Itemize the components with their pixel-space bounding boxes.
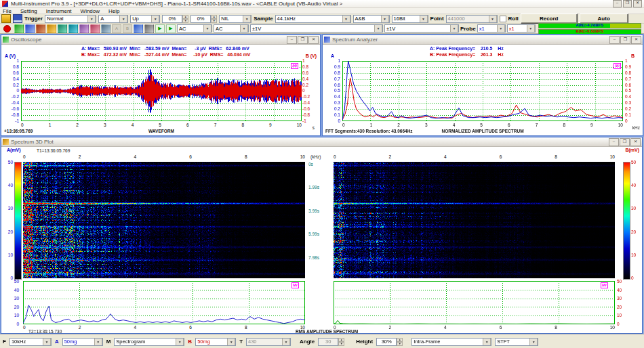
coupling-b-select[interactable]: AC▼	[214, 24, 249, 32]
chevron-down-icon[interactable]: ▼	[203, 24, 212, 32]
spectrum-analyzer-title-bar[interactable]: Spectrum Analyzer –❐✕	[323, 35, 643, 45]
close-icon[interactable]: ✕	[631, 36, 641, 44]
multimeter-icon[interactable]	[36, 24, 45, 33]
coupling-a-select[interactable]: AC▼	[177, 24, 212, 32]
chevron-down-icon[interactable]: ▼	[529, 338, 538, 346]
trigger-source-select[interactable]: A▼	[98, 15, 128, 23]
spectrum-3d-plot-icon[interactable]	[47, 24, 56, 33]
sample-rate-select[interactable]: 44.1kHz▼	[275, 15, 351, 23]
restore-icon[interactable]: ❐	[620, 138, 630, 146]
trigger-mode-select[interactable]: Normal▼	[45, 15, 96, 23]
lcr-meter-icon[interactable]	[90, 24, 100, 33]
restore-icon[interactable]: ❐	[620, 36, 630, 44]
chevron-down-icon[interactable]: ▼	[374, 24, 382, 32]
probe-tool-icon[interactable]	[134, 24, 143, 33]
menu-window[interactable]: Window	[81, 8, 100, 14]
height-stepper[interactable]: 30%▲▼	[376, 338, 403, 346]
menu-help[interactable]: Help	[108, 8, 119, 14]
chevron-down-icon[interactable]: ▼	[43, 338, 51, 346]
spin-down-icon[interactable]: ▼	[182, 19, 188, 23]
chevron-down-icon: ▼	[489, 15, 497, 23]
panel-title: Oscilloscope	[11, 37, 41, 43]
tick-label: 0	[23, 154, 26, 159]
point-count-select: 441000▼	[446, 15, 498, 23]
tick-label: 0.8	[625, 70, 641, 75]
trigger-level-stepper[interactable]: 0%▲▼	[162, 15, 188, 23]
spectrum-3d-plot-panel: Spectrum 3D Plot –❐✕ A(mV) T1=13:36:05.7…	[1, 137, 643, 334]
roll-checkbox-group[interactable]: Roll	[500, 16, 519, 22]
chevron-down-icon[interactable]: ▼	[94, 338, 102, 346]
spin-down-icon[interactable]: ▼	[397, 342, 403, 346]
plot-title: NORMALIZED AMPLITUDE SPECTRUM	[342, 129, 623, 133]
close-icon[interactable]: ✕	[308, 36, 319, 44]
chevron-down-icon[interactable]: ▼	[497, 24, 505, 32]
tick-label: 0.4	[13, 77, 19, 81]
signal-generator-icon[interactable]	[68, 24, 78, 33]
minimize-icon[interactable]: –	[609, 138, 619, 146]
probe-a-select[interactable]: x1▼	[477, 24, 506, 32]
chevron-down-icon[interactable]: ▼	[87, 15, 96, 23]
oscilloscope-icon[interactable]	[14, 24, 24, 33]
x-unit: kHz	[632, 125, 640, 130]
sample-label: Sample	[254, 16, 273, 22]
chevron-down-icon[interactable]: ▼	[243, 15, 251, 23]
amp-b-select[interactable]: 50mg▼	[195, 338, 236, 346]
trigger-delay-stepper[interactable]: 0%▲▼	[190, 15, 217, 23]
chevron-down-icon[interactable]: ▼	[151, 15, 159, 23]
chevron-down-icon[interactable]: ▼	[240, 24, 248, 32]
data-logger-icon[interactable]	[58, 24, 67, 33]
trigger-extra-select[interactable]: NIL▼	[219, 15, 251, 23]
chevron-down-icon[interactable]: ▼	[420, 15, 428, 23]
menu-instrument[interactable]: Instrument	[46, 8, 72, 14]
range-a-select[interactable]: ±1V▼	[250, 24, 383, 32]
chevron-down-icon[interactable]: ▼	[119, 15, 127, 23]
close-icon[interactable]: ✕	[633, 0, 642, 7]
y-axis-b: 10.90.80.70.60.50.40.30.20.10	[625, 58, 641, 123]
trigger-edge-select[interactable]: Up▼	[130, 15, 160, 23]
freq-range-select[interactable]: 10kHz▼	[9, 338, 52, 346]
tick-label: 0	[338, 118, 340, 123]
minimize-icon[interactable]: –	[609, 36, 620, 44]
chevron-down-icon[interactable]: ▼	[342, 15, 350, 23]
run-all-icon[interactable]: ▶	[166, 24, 176, 33]
minimize-icon[interactable]: –	[613, 0, 622, 7]
title-bar[interactable]: Multi-Instrument Pro 3.9 - [+3DP+DLG+LCR…	[0, 0, 644, 8]
transform-select[interactable]: STFT▼	[495, 338, 538, 346]
tick-label: 0.1	[334, 112, 340, 117]
save-icon[interactable]	[13, 14, 22, 23]
tick-label: 40	[631, 183, 641, 188]
device-test-plan-icon[interactable]	[79, 24, 89, 33]
record-indicator-icon[interactable]	[3, 25, 11, 32]
close-icon[interactable]: ✕	[630, 138, 641, 146]
chevron-down-icon[interactable]: ▼	[381, 15, 389, 23]
spectrum-3d-plot-title-bar[interactable]: Spectrum 3D Plot –❐✕	[1, 137, 642, 147]
speaker-icon[interactable]	[144, 24, 154, 33]
tick-label: 1	[49, 123, 52, 127]
chevron-down-icon[interactable]: ▼	[227, 338, 235, 346]
frame-mode-select[interactable]: Intra-Frame▼	[411, 338, 491, 346]
oscilloscope-title-bar[interactable]: Oscilloscope –❐✕	[1, 35, 320, 45]
chevron-down-icon[interactable]: ▼	[483, 338, 491, 346]
tick-label: 9	[590, 123, 593, 127]
chevron-down-icon[interactable]: ▼	[450, 24, 458, 32]
channels-select[interactable]: A&B▼	[353, 15, 390, 23]
amp-b-label: B	[188, 339, 192, 345]
menu-file[interactable]: File	[3, 8, 12, 14]
amp-a-select[interactable]: 50mg▼	[62, 338, 103, 346]
range-b-select[interactable]: ±1V▼	[384, 24, 459, 32]
run-icon[interactable]: ▶	[155, 24, 165, 33]
bit-depth-select[interactable]: 16Bit▼	[392, 15, 428, 23]
open-file-icon[interactable]	[1, 14, 11, 23]
mode-select[interactable]: Spectrogram▼	[114, 338, 184, 346]
probe-b-select[interactable]: x1▼	[507, 24, 536, 32]
menu-setting[interactable]: Setting	[20, 8, 37, 14]
derived-data-icon[interactable]	[101, 24, 110, 33]
maximize-icon[interactable]: ❐	[623, 0, 632, 7]
roll-checkbox[interactable]	[500, 16, 506, 22]
spin-down-icon[interactable]: ▼	[211, 19, 217, 23]
chevron-down-icon[interactable]: ▼	[527, 24, 535, 32]
restore-icon[interactable]: ❐	[298, 36, 308, 44]
chevron-down-icon[interactable]: ▼	[176, 338, 184, 346]
spectrum-analyzer-icon[interactable]	[25, 24, 35, 33]
minimize-icon[interactable]: –	[287, 36, 297, 44]
